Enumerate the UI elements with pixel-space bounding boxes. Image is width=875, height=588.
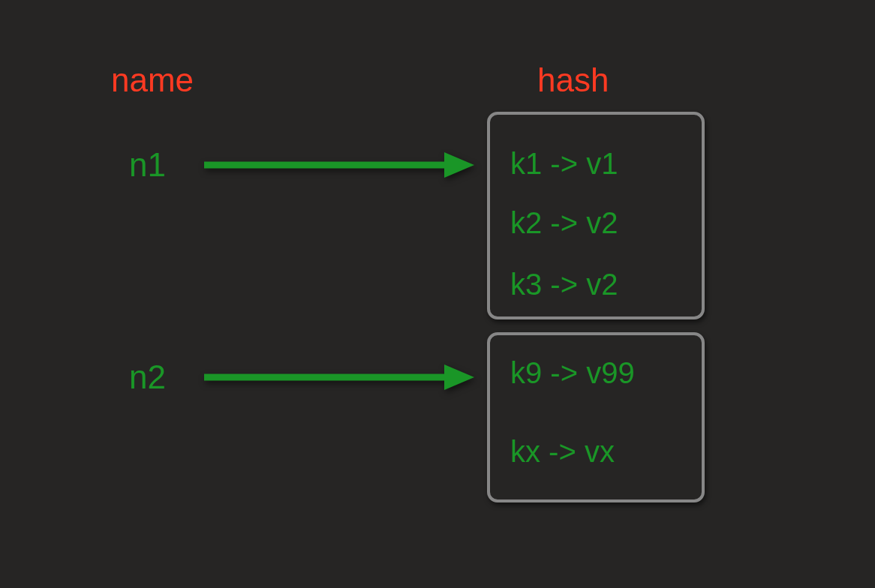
header-name: name bbox=[111, 62, 194, 99]
hash-entry: k2 -> v2 bbox=[510, 206, 618, 240]
hash-entry: k1 -> v1 bbox=[510, 147, 618, 181]
arrow-icon bbox=[204, 146, 474, 184]
svg-marker-3 bbox=[444, 364, 474, 390]
hash-entry: kx -> vx bbox=[510, 435, 615, 469]
hash-entry: k9 -> v99 bbox=[510, 356, 635, 390]
svg-marker-1 bbox=[444, 152, 474, 178]
header-hash: hash bbox=[537, 62, 609, 99]
arrow-icon bbox=[204, 358, 474, 396]
hash-entry: k3 -> v2 bbox=[510, 268, 618, 302]
name-n2: n2 bbox=[129, 358, 166, 396]
name-n1: n1 bbox=[129, 146, 166, 184]
